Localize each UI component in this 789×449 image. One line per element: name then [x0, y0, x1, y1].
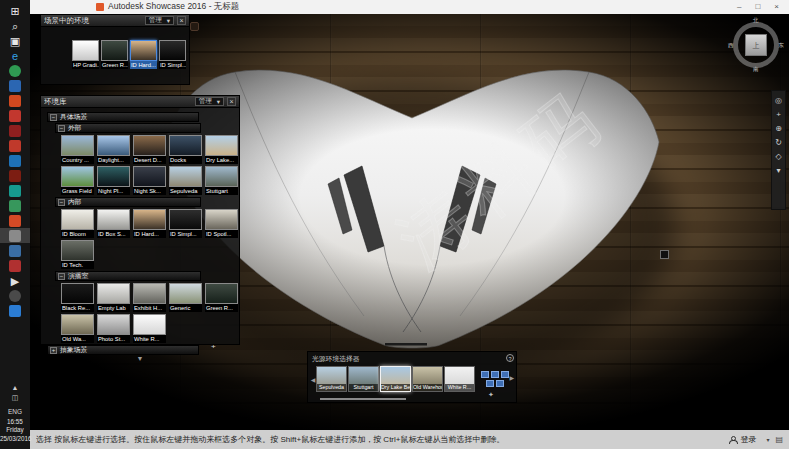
tree-node[interactable]: −具体场景 [47, 112, 199, 122]
lighting-thumbnail[interactable]: White R... [444, 366, 475, 392]
showcase-app[interactable] [0, 228, 30, 243]
expand-toggle-icon[interactable]: + [50, 347, 57, 354]
app-teal[interactable] [0, 183, 30, 198]
env-thumbnail[interactable]: White R... [133, 314, 166, 343]
page-button[interactable] [501, 371, 509, 378]
app-orange[interactable] [0, 93, 30, 108]
media-play[interactable]: ▶ [0, 273, 30, 288]
page-button[interactable] [496, 380, 504, 387]
full-navigation-wheel-icon[interactable]: ◎ [775, 96, 782, 105]
page-button[interactable] [491, 371, 499, 378]
lighting-thumbnail[interactable]: Old Warehouse [412, 366, 443, 392]
look-icon[interactable]: ◇ [775, 152, 781, 161]
lighting-thumbnail[interactable]: Sepulveda [316, 366, 347, 392]
collapse-toggle-icon[interactable]: − [58, 125, 65, 132]
env-thumbnail[interactable]: Empty Lab [97, 283, 130, 312]
env-thumbnail[interactable]: HP Gradi... [72, 40, 99, 69]
env-thumbnail[interactable]: Photo St... [97, 314, 130, 343]
env-thumbnail[interactable]: Green R... [205, 283, 238, 312]
app-red[interactable] [0, 138, 30, 153]
viewcube-top-face[interactable]: 上 [745, 34, 767, 56]
language-indicator[interactable]: ENG [0, 408, 30, 415]
page-button[interactable] [481, 371, 489, 378]
strip-scrollbar[interactable] [320, 398, 406, 400]
search-button[interactable]: ⌕ [0, 18, 30, 33]
tree-node[interactable]: −内部 [55, 197, 201, 207]
env-thumbnail[interactable]: ID Box S... [97, 209, 130, 238]
env-thumbnail[interactable]: Country ... [61, 135, 94, 164]
tree-node[interactable]: −外部 [55, 123, 201, 133]
panel-close-button[interactable]: × [227, 97, 236, 106]
env-thumbnail[interactable]: Desert D... [133, 135, 166, 164]
env-thumbnail[interactable]: Daylight... [97, 135, 130, 164]
taskbar-clock[interactable]: 16:55 Friday 25/03/2016 [0, 418, 30, 444]
tree-node[interactable]: −演播室 [55, 271, 201, 281]
scroll-down-arrow[interactable]: ▼ [41, 355, 239, 363]
app-dark-red[interactable] [0, 123, 30, 138]
app-green[interactable] [0, 198, 30, 213]
lamp-icon[interactable]: ✦ [484, 391, 498, 399]
env-thumbnail[interactable]: Night Pl... [97, 166, 130, 195]
sign-in-button[interactable]: 登录 [729, 434, 756, 445]
compass-west-label[interactable]: 西 [728, 42, 734, 49]
env-thumbnail[interactable]: ID Hard... [130, 40, 157, 69]
collapse-toggle-icon[interactable]: − [50, 114, 57, 121]
orbit-icon[interactable]: ↻ [775, 138, 782, 147]
sign-in-chevron-icon[interactable]: ▾ [766, 436, 769, 443]
env-thumbnail[interactable]: Docks [169, 135, 202, 164]
panel-menu-dropdown[interactable]: 管理 ▾ [195, 97, 224, 106]
photos-app[interactable] [0, 303, 30, 318]
collapse-toggle-icon[interactable]: − [58, 273, 65, 280]
app-red-pen[interactable] [0, 108, 30, 123]
start-button[interactable]: ⊞ [0, 3, 30, 18]
compass-south-label[interactable]: 南 [753, 66, 759, 73]
env-thumbnail[interactable]: Green R... [101, 40, 128, 69]
app-green-globe[interactable] [0, 63, 30, 78]
viewcube[interactable]: 上 北 东 南 西 [730, 19, 782, 71]
env-thumbnail[interactable]: Grass Field [61, 166, 94, 195]
pan-icon[interactable]: + [776, 110, 781, 119]
tray-expand-icon[interactable]: ▲ [0, 384, 30, 394]
more-tools-chevron-icon[interactable]: ▾ [776, 166, 780, 175]
env-thumbnail[interactable]: Stuttgart [205, 166, 238, 195]
viewport-3d[interactable]: 涛料码 + 场景中的环境 管理 ▾ × HP Gradi...Green R..… [30, 14, 789, 430]
zoom-icon[interactable]: ⊕ [775, 124, 782, 133]
env-thumbnail[interactable]: ID Spotl... [205, 209, 238, 238]
minimize-button[interactable]: – [737, 0, 741, 14]
env-thumbnail[interactable]: Exhibit H... [133, 283, 166, 312]
env-thumbnail[interactable]: Black Re... [61, 283, 94, 312]
light-widget[interactable] [660, 250, 669, 259]
env-thumbnail[interactable]: Dry Lake... [205, 135, 238, 164]
compass-east-label[interactable]: 东 [779, 42, 785, 49]
compass-north-label[interactable]: 北 [753, 17, 759, 24]
env-thumbnail[interactable]: Night Sk... [133, 166, 166, 195]
app-dark-round[interactable] [0, 288, 30, 303]
env-thumbnail[interactable]: ID Tech. [61, 240, 94, 269]
app-blue[interactable] [0, 78, 30, 93]
task-view-button[interactable]: ▣ [0, 33, 30, 48]
restore-button[interactable]: □ [755, 0, 760, 14]
panel-menu-dropdown[interactable]: 管理 ▾ [145, 16, 174, 25]
env-thumbnail[interactable]: Generic [169, 283, 202, 312]
panel-close-button[interactable]: × [177, 16, 186, 25]
scene-environments-header[interactable]: 场景中的环境 管理 ▾ × [41, 15, 189, 27]
lighting-thumbnail[interactable]: Stuttgart [348, 366, 379, 392]
feedback-icon[interactable]: ▤ [775, 435, 783, 444]
page-button[interactable] [486, 380, 494, 387]
app-maroon[interactable] [0, 168, 30, 183]
edge-browser[interactable]: e [0, 48, 30, 63]
env-thumbnail[interactable]: ID Simpl... [159, 40, 186, 69]
app-blue-2[interactable] [0, 153, 30, 168]
lighting-thumbnail[interactable]: Dry Lake Bed [380, 366, 411, 392]
collapse-toggle-icon[interactable]: − [58, 199, 65, 206]
app-vermilion[interactable] [0, 213, 30, 228]
env-thumbnail[interactable]: Sepulveda [169, 166, 202, 195]
tray-monitor-icon[interactable]: ◫ [0, 394, 30, 404]
env-thumbnail[interactable]: ID Bloom [61, 209, 94, 238]
help-icon[interactable]: ? [506, 354, 514, 362]
env-thumbnail[interactable]: ID Simpl... [169, 209, 202, 238]
environment-library-header[interactable]: 环境库 管理 ▾ × [41, 96, 239, 108]
strip-scroll-right-arrow[interactable]: ▶ [509, 374, 514, 381]
env-thumbnail[interactable]: Old Wa... [61, 314, 94, 343]
tree-node[interactable]: +抽象场景 [47, 345, 199, 355]
